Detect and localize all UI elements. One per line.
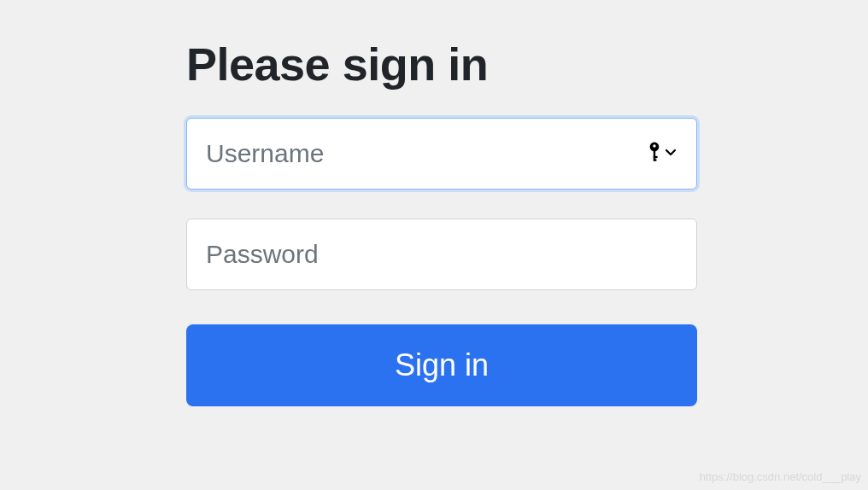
signin-form-container: Please sign in Sign in <box>0 0 697 406</box>
username-input[interactable] <box>186 118 697 190</box>
svg-rect-3 <box>654 156 658 158</box>
svg-rect-4 <box>654 159 657 160</box>
chevron-down-icon <box>665 146 677 161</box>
watermark: https://blog.csdn.net/cold___play <box>700 470 861 483</box>
svg-point-1 <box>653 144 655 147</box>
autofill-indicator[interactable] <box>648 142 677 166</box>
password-field-wrap <box>186 219 697 290</box>
password-input[interactable] <box>186 219 697 290</box>
username-field-wrap <box>186 118 697 190</box>
page-title: Please sign in <box>186 38 697 90</box>
key-icon <box>648 142 661 166</box>
svg-rect-2 <box>654 151 655 160</box>
signin-button[interactable]: Sign in <box>186 324 697 406</box>
